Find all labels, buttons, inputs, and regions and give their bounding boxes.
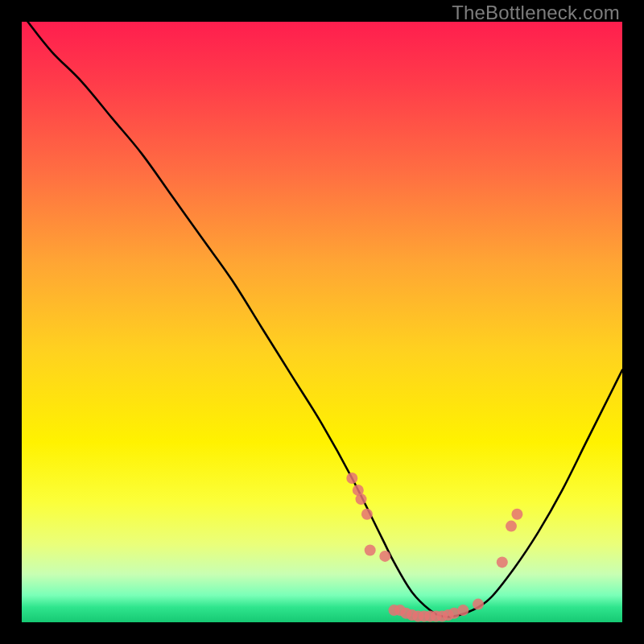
chart-background-gradient bbox=[22, 22, 622, 622]
watermark-label: TheBottleneck.com bbox=[452, 2, 620, 24]
svg-rect-0 bbox=[22, 22, 622, 622]
chart-frame bbox=[22, 22, 622, 622]
